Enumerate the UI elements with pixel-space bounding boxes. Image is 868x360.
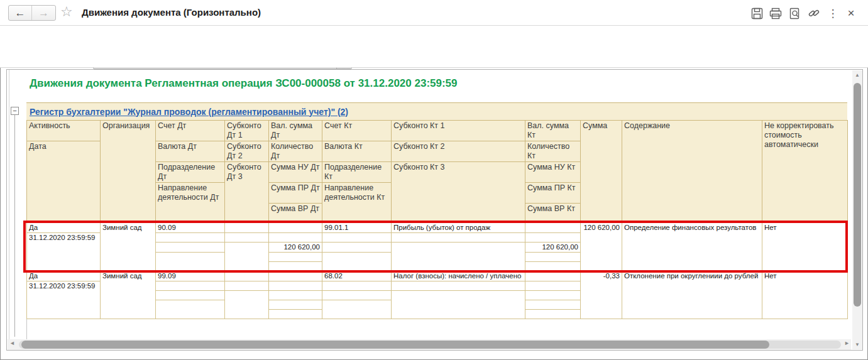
group-collapse-button[interactable]: − bbox=[11, 107, 19, 115]
cell-sum-pr-kt bbox=[525, 253, 581, 262]
cell-content: Отклонение при округлениии до рублей bbox=[622, 271, 762, 319]
cell-currency-kt bbox=[322, 281, 392, 291]
vertical-scrollbar[interactable]: ▲ ▼ bbox=[852, 70, 862, 349]
cell-subconto-kt1: Прибыль (убыток) от продаж bbox=[392, 223, 525, 233]
hdr-subconto-dt2: Субконто Дт 2 bbox=[225, 141, 269, 162]
hdr-direction-kt: Направление деятельности Кт bbox=[322, 183, 392, 223]
cell-account-kt: 68.02 bbox=[322, 271, 392, 281]
scroll-down-icon[interactable]: ▼ bbox=[852, 342, 862, 347]
hdr-account-dt: Счет Дт bbox=[156, 121, 225, 141]
cell-sum-vr-dt bbox=[269, 262, 322, 271]
cell-subconto-kt1: Налог (взносы): начислено / уплачено bbox=[392, 271, 525, 281]
cell-sum-vr-dt bbox=[269, 310, 322, 319]
cell-subconto-dt2 bbox=[225, 233, 269, 243]
cell-cur-sum-dt bbox=[269, 271, 322, 281]
hdr-sum-nu-kt: Сумма НУ Кт bbox=[525, 162, 581, 183]
hdr-subconto-dt1: Субконто Дт 1 bbox=[225, 121, 269, 141]
cell-qty-kt bbox=[525, 233, 581, 243]
scroll-up-icon[interactable]: ▲ bbox=[852, 72, 862, 78]
cell-sum-vr-kt bbox=[525, 262, 581, 271]
cell-qty-dt bbox=[269, 281, 322, 291]
cell-subconto-kt3 bbox=[392, 243, 525, 271]
cell-subconto-dt3 bbox=[225, 243, 269, 271]
hdr-cur-sum-dt: Вал. сумма Дт bbox=[269, 121, 322, 141]
hdr-sum-pr-kt: Сумма ПР Кт bbox=[525, 183, 581, 204]
cell-currency-dt bbox=[156, 233, 225, 243]
scroll-right-icon[interactable]: ► bbox=[844, 340, 850, 346]
cell-no-adjust: Нет bbox=[762, 223, 848, 271]
cell-content: Определение финансовых результатов bbox=[622, 223, 762, 271]
table-edge-line bbox=[26, 318, 27, 339]
cell-account-dt: 99.09 bbox=[156, 271, 225, 281]
link-icon[interactable] bbox=[806, 6, 821, 21]
cell-sum-pr-dt bbox=[269, 300, 322, 310]
back-button[interactable]: ← bbox=[9, 6, 32, 20]
cell-sum-nu-kt bbox=[525, 291, 581, 300]
forward-button[interactable]: → bbox=[32, 6, 55, 20]
cell-direction-kt bbox=[322, 253, 392, 271]
report-panel: − Движения документа Регламентная операц… bbox=[6, 69, 863, 351]
cell-direction-dt bbox=[156, 253, 225, 271]
hdr-division-kt: Подразделение Кт bbox=[322, 162, 392, 183]
preview-icon[interactable] bbox=[787, 6, 802, 21]
hdr-subconto-kt2: Субконто Кт 2 bbox=[392, 141, 525, 162]
cell-division-kt bbox=[322, 243, 392, 253]
cell-cur-sum-kt bbox=[525, 271, 581, 281]
print-icon[interactable] bbox=[768, 6, 783, 21]
cell-currency-dt bbox=[156, 281, 225, 291]
cell-subconto-dt1 bbox=[225, 271, 269, 281]
cell-sum: -0,33 bbox=[581, 271, 622, 319]
horizontal-scrollbar-thumb[interactable] bbox=[21, 341, 769, 349]
hdr-sum-vr-dt: Сумма ВР Дт bbox=[269, 204, 322, 223]
cell-sum-vr-kt bbox=[525, 310, 581, 319]
hdr-organization: Организация bbox=[101, 121, 156, 223]
more-menu-icon[interactable]: ⋮ bbox=[825, 6, 840, 21]
hdr-content: Содержание bbox=[622, 121, 762, 223]
hdr-no-adjust: Не корректировать стоимость автоматическ… bbox=[762, 121, 848, 223]
cell-currency-kt bbox=[322, 233, 392, 243]
cell-division-kt bbox=[322, 291, 392, 300]
cell-account-dt: 90.09 bbox=[156, 223, 225, 233]
cell-sum-pr-dt bbox=[269, 253, 322, 262]
hdr-currency-dt: Валюта Дт bbox=[156, 141, 225, 162]
cell-activity: Да bbox=[27, 271, 101, 281]
filter-bar: ✓ Выводить только: ... bbox=[0, 26, 868, 45]
cell-account-kt: 99.01.1 bbox=[322, 223, 392, 233]
horizontal-scrollbar[interactable]: ◄ ► bbox=[8, 339, 851, 350]
cell-sum-nu-kt: 120 620,00 bbox=[525, 243, 581, 253]
hdr-qty-dt: Количество Дт bbox=[269, 141, 322, 162]
cell-direction-dt bbox=[156, 300, 225, 319]
register-link[interactable]: Регистр бухгалтерии "Журнал проводок (ре… bbox=[30, 107, 348, 117]
movements-table: Активность Организация Счет Дт Субконто … bbox=[26, 120, 848, 319]
cell-cur-sum-dt bbox=[269, 223, 322, 233]
group-line bbox=[14, 115, 15, 337]
cell-subconto-dt2 bbox=[225, 281, 269, 291]
cell-organization: Зимний сад bbox=[101, 223, 156, 271]
margin-divider bbox=[9, 70, 9, 340]
favorite-star-icon[interactable]: ☆ bbox=[60, 4, 73, 20]
cell-subconto-kt2 bbox=[392, 233, 525, 243]
save-icon[interactable] bbox=[749, 6, 764, 21]
hdr-sum-nu-dt: Сумма НУ Дт bbox=[269, 162, 322, 183]
vertical-scrollbar-thumb[interactable] bbox=[854, 83, 861, 307]
close-icon[interactable]: × bbox=[843, 6, 859, 21]
hdr-division-dt: Подразделение Дт bbox=[156, 162, 225, 183]
cell-activity: Да bbox=[27, 223, 101, 233]
cell-organization: Зимний сад bbox=[101, 271, 156, 319]
cell-sum-pr-kt bbox=[525, 300, 581, 310]
hdr-cur-sum-kt: Вал. сумма Кт bbox=[525, 121, 581, 141]
cell-qty-kt bbox=[525, 281, 581, 291]
hdr-sum: Сумма bbox=[581, 121, 622, 223]
hdr-subconto-dt3: Субконто Дт 3 bbox=[225, 162, 269, 223]
hdr-sum-pr-dt: Сумма ПР Дт bbox=[269, 183, 322, 204]
report-title: Движения документа Регламентная операция… bbox=[30, 77, 458, 90]
cell-date: 31.12.2020 23:59:59 bbox=[27, 233, 101, 271]
hdr-currency-kt: Валюта Кт bbox=[322, 141, 392, 162]
cell-sum-nu-dt: 120 620,00 bbox=[269, 243, 322, 253]
hdr-direction-dt: Направление деятельности Дт bbox=[156, 183, 225, 223]
cell-sum: 120 620,00 bbox=[581, 223, 622, 271]
back-icon: ← bbox=[15, 7, 26, 19]
cell-no-adjust: Нет bbox=[762, 271, 848, 319]
register-link-row: Регистр бухгалтерии "Журнал проводок (ре… bbox=[26, 102, 847, 120]
scroll-left-icon[interactable]: ◄ bbox=[9, 340, 15, 346]
